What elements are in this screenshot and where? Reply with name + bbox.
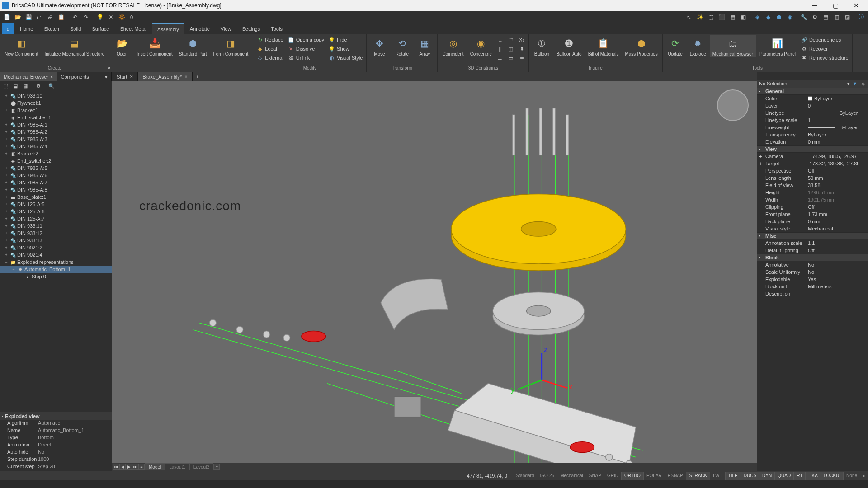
local-button[interactable]: ◆Local (255, 44, 285, 53)
status-toggle-strack[interactable]: STRACK (686, 472, 710, 480)
tree-item[interactable]: +▬Base_plate:1 (0, 193, 112, 201)
ribbon-tab-assembly[interactable]: Assembly (152, 23, 184, 34)
replace-button[interactable]: ↻Replace (255, 35, 285, 44)
prop-value[interactable]: 0 (808, 103, 868, 108)
section-view[interactable]: ▪View (757, 145, 868, 153)
tab-mechanical-browser[interactable]: Mechanical Browser× (0, 72, 57, 81)
tree-item[interactable]: +🔩DIN 125-A:7 (0, 215, 112, 222)
opt3-icon[interactable]: ▨ (843, 13, 851, 21)
constraint4-button[interactable]: ⬚ (506, 35, 516, 44)
expand-icon[interactable]: + (4, 108, 9, 113)
nav-prev-icon[interactable]: ◀ (119, 464, 126, 470)
expand-icon[interactable]: + (4, 180, 9, 185)
prop-value[interactable]: No (808, 269, 868, 275)
wrench-icon[interactable]: 🔧 (800, 13, 808, 21)
tool3-icon[interactable]: ▦ (728, 13, 736, 21)
ribbon-tab-annotate[interactable]: Annotate (184, 23, 215, 34)
status-toggle-esnap[interactable]: ESNAP (665, 472, 686, 480)
prop-value[interactable]: 50 mm (808, 175, 868, 181)
undo-icon[interactable]: ↶ (71, 13, 79, 21)
prop-value[interactable]: Mechanical (808, 226, 868, 231)
status-expand-icon[interactable]: ▸ (860, 472, 868, 480)
selection-dropdown[interactable]: No Selection (759, 81, 845, 86)
prop-value[interactable]: Direct (38, 442, 112, 449)
dependencies-button[interactable]: 🔗Dependencies (799, 35, 850, 44)
expand-icon[interactable]: + (4, 188, 9, 192)
dissolve-button[interactable]: ✕Dissolve (286, 44, 326, 53)
expand-icon[interactable]: + (4, 209, 9, 214)
panel-close-icon[interactable]: × (108, 65, 111, 70)
3d-viewport[interactable]: z x y crackedonic.com (112, 81, 757, 463)
expand-icon[interactable]: − (11, 267, 16, 272)
mechanical-browser-button[interactable]: 🗂Mechanical Browser (710, 35, 756, 57)
dropdown-icon[interactable]: ▾ (847, 81, 850, 87)
balloon-auto-button[interactable]: ➊Balloon Auto (553, 35, 584, 57)
nav-last-icon[interactable]: ⏭ (132, 464, 138, 470)
help-icon[interactable]: ⓘ (857, 13, 865, 21)
constraint2-button[interactable]: ∥ (495, 44, 505, 53)
constraint6-button[interactable]: ▭ (506, 53, 516, 62)
recover-button[interactable]: ♻Recover (799, 44, 850, 53)
tab-start[interactable]: Start× (112, 72, 138, 81)
prop-value[interactable]: ByLayer (808, 125, 868, 130)
expand-icon[interactable]: + (4, 166, 9, 170)
update-button[interactable]: ⟳Update (665, 35, 686, 57)
status-toggle-quad[interactable]: QUAD (774, 472, 793, 480)
tree-item[interactable]: −✹Automatic_Bottom_1 (0, 266, 112, 273)
toolbar-btn3-icon[interactable]: ▦ (22, 83, 29, 90)
prop-value[interactable]: Step 28 (38, 464, 112, 471)
prop-value[interactable]: Off (808, 204, 868, 210)
tab-brake-assembly[interactable]: Brake_Assembly*× (138, 72, 193, 81)
prop-value[interactable]: 1 (808, 117, 868, 123)
tree-item[interactable]: +🔩DIN 933:11 (0, 222, 112, 230)
rotate-button[interactable]: ⟲Rotate (391, 35, 413, 57)
array-button[interactable]: ▦Array (414, 35, 435, 57)
visual-style-button[interactable]: ◐Visual Style (327, 53, 364, 62)
section-block[interactable]: ▪Block (757, 254, 868, 261)
tree-item[interactable]: +🔩DIN 7985-A:7 (0, 179, 112, 186)
expand-icon[interactable]: + (4, 231, 9, 235)
tree-item[interactable]: +🔩DIN 9021:2 (0, 244, 112, 251)
new-component-button[interactable]: ◧New Component (2, 35, 41, 57)
prop-value[interactable]: 1000 (38, 456, 112, 464)
toolbar-btn1-icon[interactable]: ⬚ (2, 83, 9, 90)
nav-next-icon[interactable]: ▶ (126, 464, 132, 470)
explode-button[interactable]: ✹Explode (687, 35, 709, 57)
saveall-icon[interactable]: 🗃 (35, 13, 43, 21)
tree-item[interactable]: +🔩DIN 7985-A:6 (0, 172, 112, 179)
prop-value[interactable]: 1:1 (808, 240, 868, 246)
concentric-button[interactable]: ◉Concentric (467, 35, 495, 57)
exploded-view-header[interactable]: ▪Exploded view (0, 412, 112, 420)
open-icon[interactable]: 📂 (14, 13, 22, 21)
magic-icon[interactable]: ✨ (696, 13, 704, 21)
select-icon[interactable]: ◈ (860, 80, 866, 87)
status-toggle-lwt[interactable]: LWT (710, 472, 725, 480)
hide-button[interactable]: 💡Hide (327, 35, 364, 44)
tree-item[interactable]: +🔩DIN 7985-A:4 (0, 143, 112, 150)
form-component-button[interactable]: ◨Form Component (211, 35, 251, 57)
add-layout-button[interactable]: + (213, 464, 220, 470)
status-toggle-ducs[interactable]: DUCS (741, 472, 759, 480)
nav-first-icon[interactable]: ⏮ (113, 464, 119, 470)
nav-list-icon[interactable]: ≡ (138, 464, 145, 470)
prop-value[interactable]: Automatic_Bottom_1 (38, 427, 112, 435)
component-tree[interactable]: +🔩DIN 933:10⬤Flywheel:1+◧Bracket:1◈End_s… (0, 91, 112, 412)
tree-item[interactable]: −📁Exploded representations (0, 258, 112, 266)
unlink-button[interactable]: ⛓Unlink (286, 53, 326, 62)
dropdown-icon[interactable]: ▾ (105, 74, 108, 80)
tree-item[interactable]: +🔩DIN 125-A:6 (0, 208, 112, 215)
constraint1-button[interactable]: ⟂ (495, 35, 505, 44)
prop-value[interactable]: No (38, 449, 112, 456)
sun-icon[interactable]: ☀ (107, 13, 115, 21)
tab-components[interactable]: Components▾ (57, 72, 112, 81)
close-icon[interactable]: × (50, 74, 53, 80)
prop-value[interactable]: Millimeters (808, 284, 868, 289)
prop-value[interactable]: ByLayer (808, 110, 868, 116)
mass-properties-button[interactable]: ⬢Mass Properties (622, 35, 660, 57)
expand-icon[interactable]: + (4, 238, 9, 243)
external-button[interactable]: ◇External (255, 53, 285, 62)
prop-value[interactable]: Bottom (38, 435, 112, 442)
show-button[interactable]: 💡Show (327, 44, 364, 53)
tree-item[interactable]: ▸Step 0 (0, 273, 112, 280)
move-button[interactable]: ✥Move (368, 35, 390, 57)
